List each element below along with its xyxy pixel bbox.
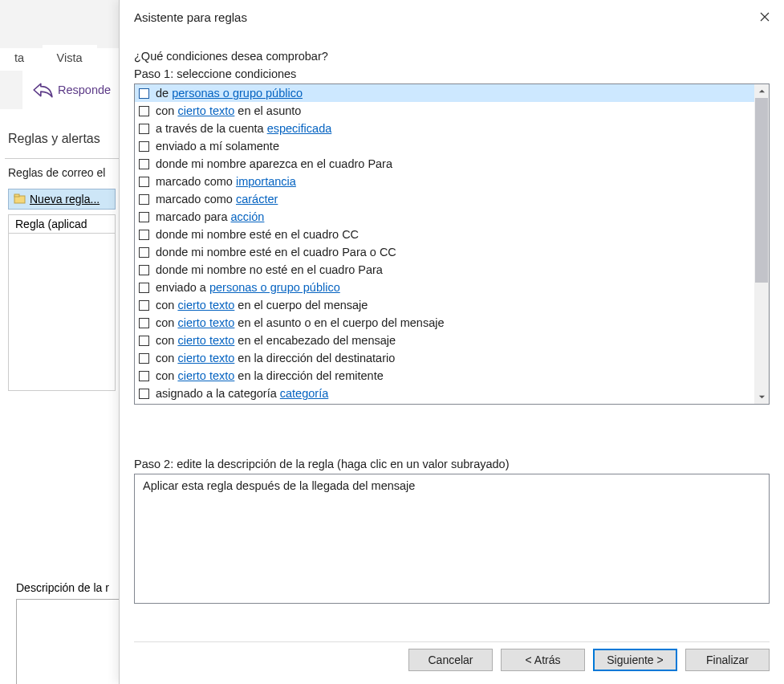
condition-row[interactable]: asignado a la categoría categoría bbox=[135, 385, 754, 402]
condition-label: de personas o grupo público bbox=[156, 87, 303, 100]
rule-description-box[interactable]: Aplicar esta regla después de la llegada… bbox=[134, 474, 770, 604]
condition-row[interactable]: de personas o grupo público bbox=[135, 84, 754, 102]
description-label-bg: Descripción de la r bbox=[16, 581, 109, 594]
condition-label: donde mi nombre no esté en el cuadro Par… bbox=[156, 263, 383, 276]
condition-checkbox[interactable] bbox=[139, 212, 149, 222]
condition-row[interactable]: con cierto texto en el encabezado del me… bbox=[135, 332, 754, 349]
condition-row[interactable]: donde mi nombre esté en el cuadro Para o… bbox=[135, 243, 754, 261]
conditions-listbox[interactable]: de personas o grupo públicocon cierto te… bbox=[134, 83, 770, 405]
next-button[interactable]: Siguiente > bbox=[593, 649, 677, 671]
condition-link[interactable]: cierto texto bbox=[177, 369, 234, 382]
condition-link[interactable]: importancia bbox=[236, 175, 296, 188]
condition-row[interactable]: con cierto texto en el asunto bbox=[135, 102, 754, 120]
condition-link[interactable]: acción bbox=[231, 210, 265, 223]
tab-vista[interactable]: Vista bbox=[43, 45, 97, 71]
condition-label: donde mi nombre aparezca en el cuadro Pa… bbox=[156, 157, 392, 170]
condition-checkbox[interactable] bbox=[139, 88, 149, 99]
condition-link[interactable]: cierto texto bbox=[177, 334, 234, 347]
question-text: ¿Qué condiciones desea comprobar? bbox=[134, 50, 770, 63]
condition-label: enviado a personas o grupo público bbox=[156, 281, 340, 294]
condition-link[interactable]: cierto texto bbox=[177, 352, 234, 364]
condition-checkbox[interactable] bbox=[139, 247, 149, 258]
reply-button-partial[interactable]: Responde bbox=[32, 82, 111, 98]
condition-checkbox[interactable] bbox=[139, 336, 149, 346]
scrollbar[interactable] bbox=[754, 84, 769, 404]
condition-row[interactable]: con cierto texto en el asunto o en el cu… bbox=[135, 314, 754, 332]
condition-row[interactable]: enviado a personas o grupo público bbox=[135, 279, 754, 296]
rules-panel: Reglas de correo el Nueva regla... Regla… bbox=[5, 158, 119, 672]
new-rule-button[interactable]: Nueva regla... bbox=[8, 189, 116, 210]
rule-list: Regla (aplicad bbox=[8, 214, 116, 391]
condition-row[interactable]: donde mi nombre aparezca en el cuadro Pa… bbox=[135, 155, 754, 173]
close-icon bbox=[760, 12, 770, 22]
rules-alerts-title: Reglas y alertas bbox=[8, 132, 100, 146]
new-rule-label: Nueva regla... bbox=[30, 193, 100, 206]
rules-wizard-dialog: Asistente para reglas ¿Qué condiciones d… bbox=[119, 0, 784, 684]
scroll-up-button[interactable] bbox=[754, 84, 769, 98]
condition-label: asignado a la categoría categoría bbox=[156, 387, 328, 400]
condition-checkbox[interactable] bbox=[139, 353, 149, 364]
condition-label: con cierto texto en la dirección del des… bbox=[156, 352, 395, 364]
condition-row[interactable]: con cierto texto en la dirección del des… bbox=[135, 349, 754, 367]
condition-checkbox[interactable] bbox=[139, 283, 149, 293]
condition-row[interactable]: marcado como carácter bbox=[135, 190, 754, 208]
condition-checkbox[interactable] bbox=[139, 124, 149, 134]
ribbon-group-left bbox=[0, 71, 22, 109]
condition-row[interactable]: con cierto texto en la dirección del rem… bbox=[135, 367, 754, 385]
condition-label: marcado como importancia bbox=[156, 175, 296, 188]
chevron-up-icon bbox=[758, 88, 766, 95]
description-box-bg bbox=[16, 599, 122, 684]
step1-label: Paso 1: seleccione condiciones bbox=[134, 67, 770, 80]
tab-partial[interactable]: ta bbox=[0, 45, 39, 71]
condition-checkbox[interactable] bbox=[139, 141, 149, 152]
condition-label: enviado a mí solamente bbox=[156, 140, 279, 153]
condition-checkbox[interactable] bbox=[139, 194, 149, 205]
scroll-thumb[interactable] bbox=[755, 98, 768, 283]
condition-row[interactable]: con cierto texto en el cuerpo del mensaj… bbox=[135, 296, 754, 314]
titlebar: Asistente para reglas bbox=[120, 0, 784, 34]
condition-checkbox[interactable] bbox=[139, 265, 149, 275]
condition-checkbox[interactable] bbox=[139, 159, 149, 169]
condition-row[interactable]: donde mi nombre esté en el cuadro CC bbox=[135, 226, 754, 243]
condition-label: a través de la cuenta especificada bbox=[156, 122, 331, 135]
condition-link[interactable]: categoría bbox=[280, 387, 328, 400]
svg-rect-1 bbox=[14, 194, 19, 197]
back-button[interactable]: < Atrás bbox=[501, 649, 585, 671]
condition-row[interactable]: marcado como importancia bbox=[135, 173, 754, 190]
condition-link[interactable]: personas o grupo público bbox=[172, 87, 303, 100]
condition-checkbox[interactable] bbox=[139, 177, 149, 187]
scroll-track[interactable] bbox=[754, 98, 769, 390]
condition-link[interactable]: especificada bbox=[267, 122, 332, 135]
condition-checkbox[interactable] bbox=[139, 106, 149, 116]
condition-row[interactable]: enviado a mí solamente bbox=[135, 137, 754, 155]
reply-label: Responde bbox=[58, 83, 111, 96]
rule-col-header[interactable]: Regla (aplicad bbox=[9, 215, 115, 234]
chevron-down-icon bbox=[758, 393, 766, 401]
condition-label: con cierto texto en el encabezado del me… bbox=[156, 334, 396, 347]
condition-link[interactable]: cierto texto bbox=[177, 104, 234, 117]
condition-row[interactable]: marcado para acción bbox=[135, 208, 754, 226]
rules-tab-header[interactable]: Reglas de correo el bbox=[5, 159, 119, 184]
condition-label: donde mi nombre esté en el cuadro Para o… bbox=[156, 246, 396, 259]
cancel-button[interactable]: Cancelar bbox=[408, 649, 493, 671]
condition-label: con cierto texto en la dirección del rem… bbox=[156, 369, 384, 382]
condition-row[interactable]: a través de la cuenta especificada bbox=[135, 120, 754, 137]
condition-label: marcado para acción bbox=[156, 210, 264, 223]
folder-icon bbox=[14, 193, 26, 205]
close-button[interactable] bbox=[747, 3, 782, 31]
condition-checkbox[interactable] bbox=[139, 318, 149, 328]
condition-link[interactable]: cierto texto bbox=[177, 299, 234, 311]
scroll-down-button[interactable] bbox=[754, 390, 769, 404]
condition-link[interactable]: personas o grupo público bbox=[209, 281, 340, 294]
condition-link[interactable]: carácter bbox=[236, 193, 278, 206]
reply-arrow-icon bbox=[32, 82, 53, 98]
condition-label: con cierto texto en el asunto o en el cu… bbox=[156, 316, 445, 329]
condition-checkbox[interactable] bbox=[139, 389, 149, 399]
condition-checkbox[interactable] bbox=[139, 230, 149, 240]
condition-link[interactable]: cierto texto bbox=[177, 316, 234, 329]
condition-checkbox[interactable] bbox=[139, 300, 149, 311]
condition-checkbox[interactable] bbox=[139, 371, 149, 381]
conditions-inner: de personas o grupo públicocon cierto te… bbox=[135, 84, 754, 404]
condition-row[interactable]: donde mi nombre no esté en el cuadro Par… bbox=[135, 261, 754, 279]
finish-button[interactable]: Finalizar bbox=[685, 649, 770, 671]
